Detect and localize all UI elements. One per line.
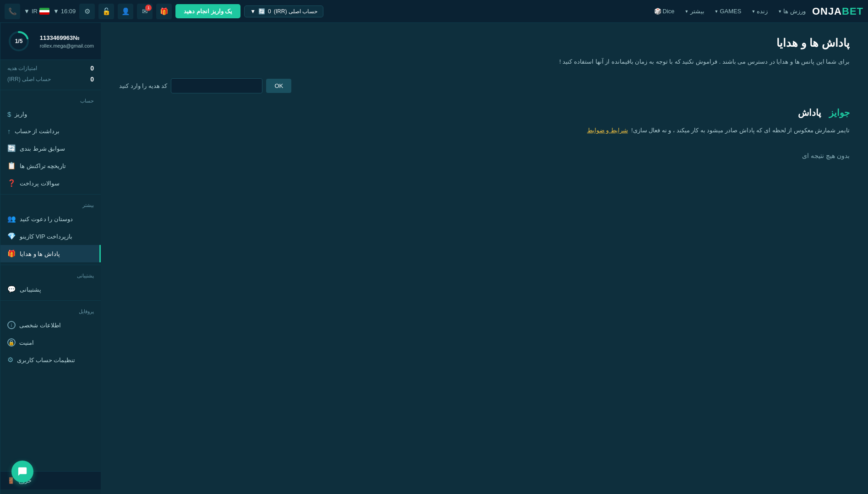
support-icon: 💬: [7, 285, 16, 293]
chat-bubble-btn[interactable]: [11, 461, 33, 483]
country-label: IR: [32, 8, 38, 15]
withdraw-icon: ↑: [7, 127, 11, 135]
phone-icon: 📞: [8, 7, 17, 16]
stat-row-main-account: 0 حساب اصلی (IRR): [7, 76, 94, 83]
code-input-row: OK کد هدیه را وارد کنید: [119, 78, 850, 93]
settings-icon: ⚙: [84, 7, 90, 16]
gift-icon: 🎁: [160, 7, 169, 16]
rewards-section-title: جوایز پاداش: [119, 107, 850, 118]
ok-button[interactable]: OK: [266, 79, 291, 93]
divider-1: [0, 90, 101, 90]
sidebar-item-support[interactable]: پشتیبانی 💬: [0, 281, 101, 298]
main-layout: پاداش ها و هدایا برای شما این پانس ها و …: [0, 23, 868, 494]
account-settings-icon: ⚙: [7, 356, 13, 364]
login-btn[interactable]: 🔓: [98, 4, 114, 19]
progress-text: 1/5: [15, 38, 23, 44]
live-nav-btn[interactable]: زنده ▼: [748, 6, 771, 16]
section-support-label: پشتیبانی: [0, 267, 101, 281]
deposit-action-label: یک واریز انجام دهید: [184, 8, 232, 15]
sidebar-item-deposit[interactable]: واریز $: [0, 106, 101, 123]
account-label: حساب اصلی (IRR): [274, 8, 317, 15]
sidebar-item-bet-history[interactable]: سوابق شرط بندی 🔄: [0, 140, 101, 157]
mail-badge: 1: [145, 5, 152, 11]
gift-code-input[interactable]: [171, 78, 262, 93]
payment-faq-label: سوالات پرداخت: [20, 180, 60, 187]
sidebar-item-withdraw[interactable]: برداشت از حساب ↑: [0, 123, 101, 140]
time-value: 16:09: [61, 8, 76, 15]
page-title: پاداش ها و هدایا: [119, 37, 850, 49]
support-label: پشتیبانی: [20, 286, 41, 293]
more-label: بیشتر: [690, 8, 704, 15]
rewards-title-part2: پاداش: [798, 108, 821, 118]
account-settings-label: تنظیمات حساب کاربری: [17, 357, 75, 364]
transactions-label: تاریخچه تراکنش ها: [20, 163, 66, 169]
section-more-label: بیشتر: [0, 197, 101, 210]
terms-link[interactable]: شرایط و ضوابط: [587, 127, 628, 134]
chat-icon: [17, 467, 27, 477]
account-selector-btn[interactable]: حساب اصلی (IRR) 0 🔄 ▼: [244, 5, 323, 17]
refresh-icon: 🔄: [258, 8, 265, 15]
bet-history-label: سوابق شرط بندی: [20, 145, 65, 152]
top-navigation: ONJABET ورزش ها ▼ زنده ▼ GAMES ▼ بیشتر ▼…: [0, 0, 868, 23]
sports-label: ورزش ها: [783, 8, 806, 15]
progress-circle: 1/5: [7, 30, 30, 53]
sidebar: №1133469963 rollex.mega@gmail.com 1/5 0 …: [0, 23, 101, 494]
payment-faq-icon: ❓: [7, 179, 16, 187]
sidebar-item-rewards[interactable]: پاداش ها و هدایا 🎁: [0, 245, 101, 262]
section-profile-label: پروفایل: [0, 303, 101, 316]
user-icon: 👤: [121, 7, 130, 16]
games-label: GAMES: [720, 8, 741, 15]
country-arrow-icon: ▼: [24, 8, 30, 15]
divider-4: [0, 300, 101, 301]
rewards-icon: 🎁: [7, 250, 16, 258]
section-account-label: حساب: [0, 92, 101, 106]
nav-right-group: حساب اصلی (IRR) 0 🔄 ▼ یک واریز انجام دهی…: [5, 4, 323, 19]
sports-nav-btn[interactable]: ورزش ها ▼: [774, 6, 809, 16]
live-arrow-icon: ▼: [751, 9, 755, 14]
mail-btn[interactable]: ✉ 1: [137, 4, 153, 19]
gift-btn[interactable]: 🎁: [156, 4, 172, 19]
brand-name-part1: ONJA: [812, 5, 842, 17]
withdraw-label: برداشت از حساب: [15, 128, 60, 135]
dice-icon: 🎲: [654, 8, 661, 15]
flag-ir-icon: [39, 8, 49, 15]
bet-history-icon: 🔄: [7, 144, 16, 152]
sidebar-item-invite[interactable]: دوستان را دعوت کنید 👥: [0, 210, 101, 228]
country-display: IR ▼: [24, 8, 49, 15]
sidebar-item-personal-info[interactable]: اطلاعات شخصی i: [0, 316, 101, 334]
profile-info: №1133469963 rollex.mega@gmail.com: [40, 34, 94, 49]
security-label: امنیت: [19, 339, 34, 346]
games-arrow-icon: ▼: [715, 9, 719, 14]
games-nav-btn[interactable]: GAMES ▼: [711, 6, 745, 16]
time-display: 16:09 ▼: [53, 8, 76, 15]
user-btn[interactable]: 👤: [118, 4, 133, 19]
gift-points-label: امتیازات هدیه: [7, 65, 37, 71]
no-results-message: بدون هیچ نتیجه ای: [119, 143, 850, 168]
main-content-area: پاداش ها و هدایا برای شما این پانس ها و …: [101, 23, 868, 494]
personal-info-icon: i: [7, 321, 16, 329]
sidebar-item-payment-faq[interactable]: سوالات پرداخت ❓: [0, 174, 101, 192]
dice-label: Dice: [663, 8, 675, 15]
deposit-action-btn[interactable]: یک واریز انجام دهید: [175, 4, 240, 18]
personal-info-label: اطلاعات شخصی: [19, 322, 61, 329]
sidebar-item-transactions[interactable]: تاریخچه تراکنش ها 📋: [0, 157, 101, 174]
account-value: 0: [268, 8, 271, 15]
invite-label: دوستان را دعوت کنید: [20, 216, 73, 223]
profile-id: №1133469963: [40, 34, 80, 41]
vip-label: بازپرداخت VIP کازینو: [20, 233, 72, 240]
divider-3: [0, 265, 101, 265]
sidebar-item-vip[interactable]: بازپرداخت VIP کازینو 💎: [0, 228, 101, 245]
rewards-label: پاداش ها و هدایا: [20, 250, 60, 257]
settings-btn[interactable]: ⚙: [79, 4, 95, 19]
dice-nav-btn[interactable]: Dice 🎲: [650, 6, 678, 16]
more-nav-btn[interactable]: بیشتر ▼: [681, 6, 708, 16]
sidebar-item-security[interactable]: امنیت 🔒: [0, 334, 101, 351]
code-input-label: کد هدیه را وارد کنید: [119, 82, 167, 89]
sidebar-profile: №1133469963 rollex.mega@gmail.com 1/5: [0, 23, 101, 60]
nav-left-group: ONJABET ورزش ها ▼ زنده ▼ GAMES ▼ بیشتر ▼…: [650, 5, 863, 17]
sidebar-item-account-settings[interactable]: تنظیمات حساب کاربری ⚙: [0, 351, 101, 369]
brand-name-part2: BET: [842, 5, 863, 17]
deposit-icon: $: [7, 110, 11, 118]
security-icon: 🔒: [7, 338, 16, 347]
phone-btn[interactable]: 📞: [5, 4, 20, 19]
